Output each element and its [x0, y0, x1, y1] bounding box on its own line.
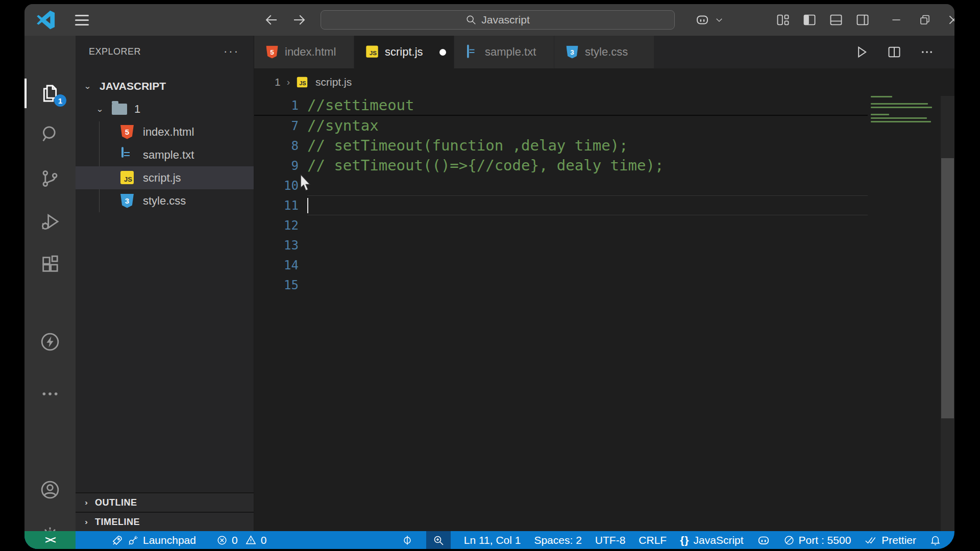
code-line[interactable]: 15	[254, 275, 868, 295]
code-line[interactable]: 1 //settimeout	[254, 96, 868, 116]
toggle-primary-sidebar-button[interactable]	[797, 4, 822, 36]
copilot-status-item[interactable]	[757, 534, 770, 547]
code-line[interactable]: 13	[254, 235, 868, 255]
file-name: sample.txt	[143, 148, 194, 162]
code-area[interactable]: 1 //settimeout 7 //syntax 8 // setTimeou…	[254, 96, 868, 295]
code-line[interactable]: 10	[254, 176, 868, 195]
more-actions-icon[interactable]	[920, 45, 934, 59]
workspace-root-row[interactable]: ⌄ JAVASCRIPT	[76, 76, 254, 97]
code-line-current[interactable]: 11	[254, 195, 868, 215]
line-text	[307, 275, 868, 295]
navigate-back-button[interactable]	[260, 4, 283, 36]
account-icon[interactable]	[24, 469, 76, 510]
command-center-search[interactable]: Javascript	[321, 10, 675, 30]
formatter-item[interactable]: Prettier	[864, 534, 916, 546]
line-number: 12	[254, 218, 299, 233]
search-view-icon[interactable]	[24, 114, 76, 155]
chevron-down-icon: ⌄	[84, 82, 91, 91]
toggle-panel-button[interactable]	[824, 4, 848, 36]
menu-icon[interactable]	[69, 4, 94, 36]
breadcrumb[interactable]: 1 › JS script.js	[254, 68, 954, 96]
sidebar-header: EXPLORER ···	[76, 43, 254, 60]
sidebar-title: EXPLORER	[89, 46, 141, 57]
restore-button[interactable]	[912, 4, 938, 36]
minimize-button[interactable]	[883, 4, 910, 36]
split-editor-button[interactable]	[887, 45, 901, 59]
tab-bar: 5 index.html JS script.js sample.txt 3 s…	[254, 36, 954, 68]
customize-layout-button[interactable]	[771, 4, 795, 36]
tab-style-css[interactable]: 3 style.css	[554, 36, 654, 68]
line-text: //syntax	[307, 116, 868, 136]
remote-indicator[interactable]: ><	[24, 531, 76, 549]
explorer-icon[interactable]: 1	[24, 73, 76, 114]
tab-script-js[interactable]: JS script.js	[354, 36, 454, 68]
file-row-style-css[interactable]: 3 style.css	[76, 189, 254, 212]
language-mode-item[interactable]: {} JavaScript	[680, 534, 743, 546]
code-line[interactable]: 7 //syntax	[254, 116, 868, 136]
encoding-item[interactable]: UTF-8	[595, 534, 626, 546]
extensions-icon[interactable]	[24, 244, 76, 285]
rocket-icon	[111, 534, 124, 546]
close-button[interactable]	[940, 4, 954, 36]
copilot-icon[interactable]	[691, 4, 714, 36]
js-file-icon: JS	[120, 171, 134, 185]
code-line[interactable]: 14	[254, 255, 868, 275]
outline-panel-header[interactable]: › OUTLINE	[76, 492, 254, 512]
source-control-icon[interactable]	[24, 158, 76, 199]
sidebar-more-actions-icon[interactable]: ···	[224, 45, 239, 58]
double-check-icon	[864, 535, 877, 546]
tab-sample-txt[interactable]: sample.txt	[454, 36, 554, 68]
workspace-name: JAVASCRIPT	[100, 80, 166, 92]
notifications-item[interactable]	[929, 534, 941, 546]
file-row-script-js[interactable]: JS script.js	[76, 166, 254, 189]
file-name: style.css	[143, 194, 186, 208]
breadcrumb-file[interactable]: script.js	[315, 76, 352, 88]
indentation-item[interactable]: Spaces: 2	[534, 534, 581, 546]
js-file-icon: JS	[366, 45, 378, 58]
status-left: Launchpad 0 0	[111, 534, 266, 546]
zoom-item[interactable]	[426, 531, 451, 549]
editor-actions	[854, 36, 934, 68]
search-icon	[465, 14, 477, 26]
navigate-forward-button[interactable]	[288, 4, 310, 36]
chevron-down-icon[interactable]	[713, 4, 726, 36]
language-label: JavaScript	[694, 534, 744, 546]
live-server-icon[interactable]	[24, 321, 76, 362]
code-line[interactable]: 9 // setTimeout(()=>{//code}, dealy time…	[254, 156, 868, 176]
timeline-panel-header[interactable]: › TIMELINE	[76, 512, 254, 531]
code-line[interactable]: 12	[254, 215, 868, 235]
main-area: 1	[24, 36, 954, 531]
unsaved-changes-dot[interactable]	[439, 49, 446, 56]
eol-item[interactable]: CRLF	[639, 534, 667, 546]
run-button[interactable]	[854, 45, 869, 59]
screencast-item[interactable]	[402, 535, 413, 546]
bell-icon	[929, 534, 941, 546]
launchpad-item[interactable]: Launchpad	[111, 534, 196, 546]
breadcrumb-folder[interactable]: 1	[275, 76, 281, 88]
port-item[interactable]: Port : 5500	[783, 534, 851, 546]
tab-index-html[interactable]: 5 index.html	[254, 36, 354, 68]
scrollbar-track[interactable]	[941, 96, 954, 531]
file-name: script.js	[143, 171, 181, 185]
line-text: // setTimeout(function ,delay time);	[307, 136, 868, 156]
vscode-logo-icon	[35, 4, 57, 36]
code-line[interactable]: 8 // setTimeout(function ,delay time);	[254, 136, 868, 156]
tab-label: index.html	[285, 45, 336, 59]
circle-slash-icon	[783, 535, 795, 546]
css-file-icon: 3	[566, 45, 578, 58]
problems-item[interactable]: 0 0	[216, 534, 266, 546]
toggle-secondary-sidebar-button[interactable]	[850, 4, 875, 36]
warning-icon	[245, 534, 257, 546]
run-debug-icon[interactable]	[24, 202, 76, 242]
minimap[interactable]	[868, 96, 941, 531]
file-row-index-html[interactable]: 5 index.html	[76, 120, 254, 143]
file-row-sample-txt[interactable]: sample.txt	[76, 143, 254, 166]
folder-row[interactable]: ⌄ 1	[76, 98, 254, 120]
line-number: 7	[254, 119, 299, 133]
cursor-position-item[interactable]: Ln 11, Col 1	[464, 534, 521, 546]
chevron-right-icon: ›	[287, 77, 290, 88]
zoom-in-icon	[432, 534, 445, 546]
more-views-icon[interactable]	[24, 373, 76, 414]
vscode-window: Javascript	[24, 4, 954, 549]
scrollbar-thumb[interactable]	[941, 158, 954, 418]
